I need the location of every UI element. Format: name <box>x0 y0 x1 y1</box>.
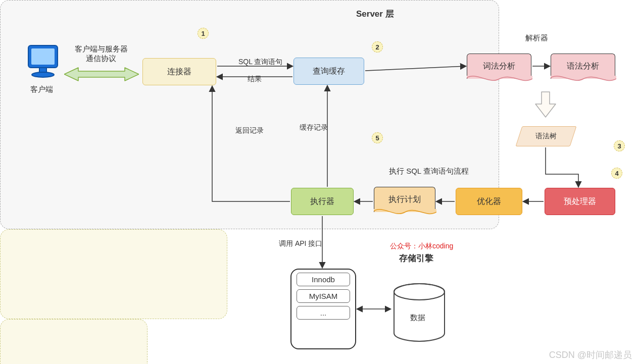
syntax-label: 语法分析 <box>567 61 599 72</box>
syntax-tree-box: 语法树 <box>516 126 577 146</box>
lexical-label: 词法分析 <box>483 61 515 72</box>
badge-2: 2 <box>372 41 383 53</box>
server-layer-title: Server 层 <box>356 8 394 20</box>
svg-rect-1 <box>31 48 55 65</box>
sql-query-label: SQL 查询语句 <box>238 58 282 67</box>
engine-myisam: MyISAM <box>297 289 350 303</box>
engine-innodb: Innodb <box>297 273 350 286</box>
optimizer-box: 优化器 <box>456 188 522 215</box>
client-group <box>0 229 227 319</box>
watermark-text: CSDN @时间邮递员 <box>549 349 632 361</box>
query-cache-box: 查询缓存 <box>293 58 364 85</box>
storage-title: 存储引擎 <box>399 252 433 264</box>
badge-1: 1 <box>198 28 209 39</box>
exec-plan-label: 执行计划 <box>388 194 421 205</box>
big-down-arrow-icon <box>534 91 557 120</box>
diagram-canvas: Server 层 1 客户端 连接器 客户端与服务器 通信协议 2 查询缓存 解… <box>0 0 637 364</box>
executor-box: 执行器 <box>291 188 354 215</box>
client-label: 客户端 <box>30 85 53 94</box>
engine-ellipsis: ... <box>297 306 350 320</box>
parser-title: 解析器 <box>525 33 548 43</box>
connector-box: 连接器 <box>142 58 216 85</box>
return-record-label: 返回记录 <box>235 126 264 135</box>
client-monitor-icon <box>26 43 60 80</box>
data-label: 数据 <box>410 313 425 323</box>
lexical-box: 词法分析 <box>467 54 531 79</box>
api-call-label: 调用 API 接口 <box>279 239 322 248</box>
executor-label: 执行器 <box>310 196 334 207</box>
preprocessor-label: 预处理器 <box>564 196 596 207</box>
attribution-text: 公众号：小林coding <box>390 242 453 251</box>
badge-5: 5 <box>372 132 383 143</box>
connector-label: 连接器 <box>167 67 191 77</box>
protocol-label-1: 客户端与服务器 <box>71 44 131 54</box>
svg-marker-4 <box>64 68 139 81</box>
badge-4: 4 <box>611 168 622 179</box>
syntax-box: 语法分析 <box>551 54 615 79</box>
exec-flow-title: 执行 SQL 查询语句流程 <box>389 167 469 176</box>
protocol-label-2: 通信协议 <box>71 54 131 64</box>
preprocessor-box: 预处理器 <box>545 188 615 215</box>
double-arrow-icon <box>64 67 139 83</box>
exec-plan-box: 执行计划 <box>374 187 435 212</box>
cache-group <box>0 319 148 364</box>
result-label: 结果 <box>248 75 262 84</box>
svg-point-3 <box>32 72 54 77</box>
cache-record-label: 缓存记录 <box>300 123 328 132</box>
svg-marker-5 <box>535 92 556 117</box>
optimizer-label: 优化器 <box>477 196 501 207</box>
syntax-tree-label: 语法树 <box>535 132 557 141</box>
storage-list: Innodb MyISAM ... <box>290 269 356 349</box>
badge-3: 3 <box>614 140 625 151</box>
query-cache-label: 查询缓存 <box>313 66 345 77</box>
